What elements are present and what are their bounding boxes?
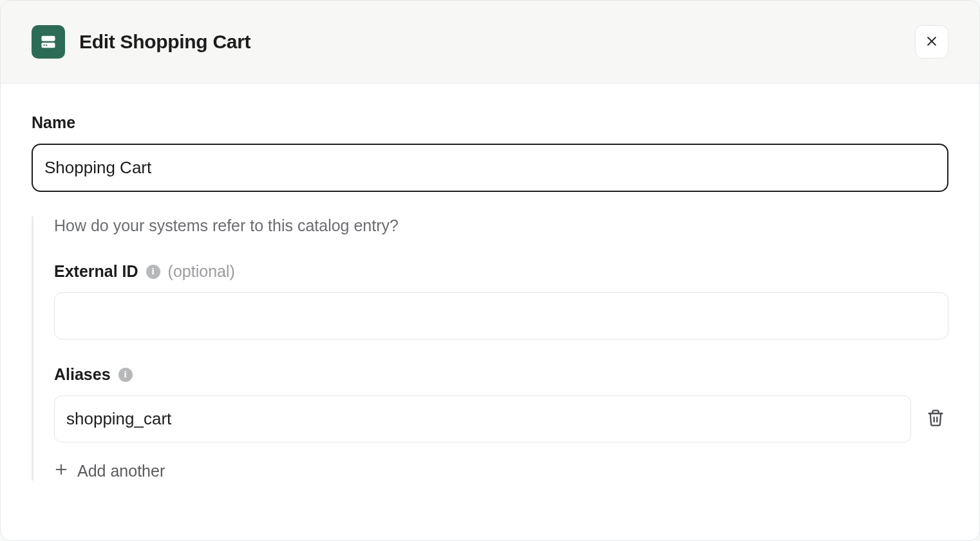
modal-header: Edit Shopping Cart (1, 1, 979, 84)
svg-point-3 (46, 44, 47, 46)
name-label: Name (32, 113, 948, 132)
svg-point-2 (43, 44, 44, 46)
svg-rect-0 (42, 36, 55, 41)
external-id-input[interactable] (54, 292, 948, 339)
catalog-entry-icon (32, 25, 65, 59)
modal-title: Edit Shopping Cart (79, 31, 250, 53)
optional-tag: (optional) (168, 262, 235, 281)
add-another-button[interactable]: Add another (54, 462, 165, 480)
close-icon (925, 35, 938, 50)
info-icon[interactable]: i (146, 265, 160, 279)
name-input[interactable] (32, 144, 948, 192)
aliases-field-group: Aliases i (54, 365, 948, 480)
modal-body: Name How do your systems refer to this c… (1, 84, 979, 540)
trash-icon (927, 409, 945, 429)
add-another-label: Add another (77, 462, 165, 480)
helper-text: How do your systems refer to this catalo… (54, 216, 948, 235)
edit-modal: Edit Shopping Cart Name How do your syst… (0, 0, 980, 541)
info-icon[interactable]: i (118, 368, 133, 382)
external-id-field-group: External ID i (optional) (54, 262, 948, 339)
header-left: Edit Shopping Cart (32, 25, 250, 59)
aliases-label: Aliases (54, 365, 111, 384)
plus-icon (54, 462, 68, 480)
alias-input[interactable] (54, 395, 911, 442)
external-id-label: External ID (54, 262, 138, 281)
alias-row (54, 395, 948, 442)
external-id-label-row: External ID i (optional) (54, 262, 948, 281)
name-field-group: Name (32, 113, 948, 192)
sub-section: How do your systems refer to this catalo… (32, 216, 948, 480)
delete-alias-button[interactable] (923, 405, 948, 433)
aliases-label-row: Aliases i (54, 365, 948, 384)
close-button[interactable] (915, 25, 948, 59)
